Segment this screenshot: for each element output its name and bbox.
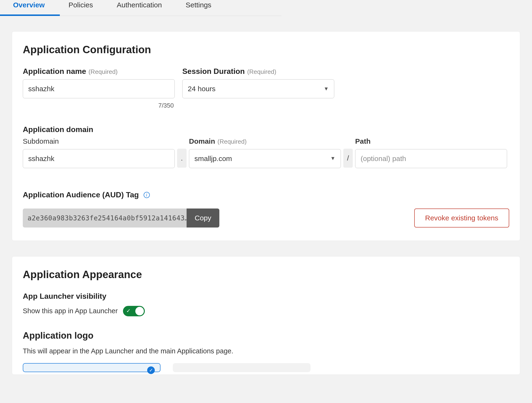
- subdomain-input[interactable]: [23, 149, 175, 168]
- domain-select[interactable]: smalljp.com ▼: [189, 149, 341, 168]
- caret-down-icon: ▼: [323, 85, 329, 93]
- subdomain-label: Subdomain: [23, 136, 59, 146]
- path-input[interactable]: [355, 149, 507, 168]
- app-launcher-toggle[interactable]: ✓: [123, 306, 145, 316]
- info-icon[interactable]: i: [144, 192, 150, 198]
- application-domain-label: Application domain: [23, 124, 509, 135]
- path-label: Path: [355, 136, 371, 146]
- application-appearance-heading: Application Appearance: [23, 267, 509, 282]
- application-logo-heading: Application logo: [23, 329, 509, 342]
- app-launcher-toggle-label: Show this app in App Launcher: [23, 306, 118, 316]
- tab-settings[interactable]: Settings: [186, 0, 211, 16]
- domain-label: Domain: [189, 136, 215, 146]
- tab-overview[interactable]: Overview: [13, 0, 45, 16]
- domain-required: (Required): [217, 137, 247, 146]
- separator-slash: /: [343, 149, 353, 168]
- application-configuration-card: Application Configuration Application na…: [12, 31, 520, 241]
- tab-policies[interactable]: Policies: [68, 0, 93, 16]
- application-appearance-card: Application Appearance App Launcher visi…: [12, 256, 520, 375]
- application-logo-description: This will appear in the App Launcher and…: [23, 346, 509, 356]
- application-configuration-heading: Application Configuration: [23, 42, 509, 57]
- aud-tag-label: Application Audience (AUD) Tag: [23, 190, 139, 200]
- tabs-bar: Overview Policies Authentication Setting…: [0, 0, 281, 16]
- application-name-char-count: 7/350: [23, 101, 175, 110]
- domain-value: smalljp.com: [194, 154, 232, 164]
- session-duration-select[interactable]: 24 hours ▼: [182, 79, 334, 98]
- application-name-label: Application name: [23, 66, 86, 77]
- separator-dot: .: [177, 149, 187, 168]
- logo-option-custom[interactable]: [173, 363, 310, 372]
- application-name-input[interactable]: [23, 79, 175, 98]
- aud-tag-value: a2e360a983b3263fe254164a0bf5912a141643…: [23, 209, 187, 228]
- revoke-tokens-button[interactable]: Revoke existing tokens: [414, 209, 509, 228]
- logo-option-default[interactable]: ✓: [23, 363, 160, 372]
- session-duration-label: Session Duration: [182, 66, 245, 77]
- tab-authentication[interactable]: Authentication: [117, 0, 162, 16]
- check-badge-icon: ✓: [147, 366, 155, 374]
- caret-down-icon: ▼: [330, 155, 336, 162]
- application-name-required: (Required): [89, 67, 118, 76]
- copy-button[interactable]: Copy: [187, 209, 219, 228]
- toggle-knob: [135, 307, 144, 315]
- check-icon: ✓: [126, 307, 131, 315]
- app-launcher-visibility-label: App Launcher visibility: [23, 291, 509, 302]
- session-duration-required: (Required): [247, 67, 276, 76]
- session-duration-value: 24 hours: [188, 84, 215, 94]
